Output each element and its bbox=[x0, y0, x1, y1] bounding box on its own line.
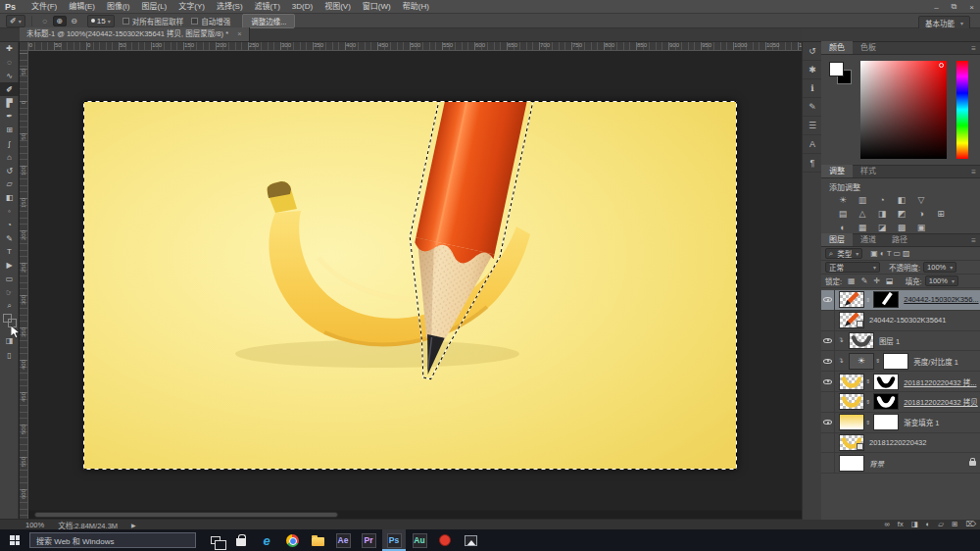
layer-thumbnail[interactable] bbox=[839, 393, 864, 410]
menu-item-image[interactable]: 图像(I) bbox=[101, 0, 136, 14]
menu-item-type[interactable]: 文字(Y) bbox=[172, 0, 211, 14]
status-expand-icon[interactable]: ▶ bbox=[131, 522, 136, 528]
channel-mixer-adjustment-icon[interactable]: ◑ bbox=[913, 207, 929, 220]
add-layer-mask-icon[interactable]: ◨ bbox=[911, 520, 918, 528]
layer-thumbnail[interactable] bbox=[849, 332, 874, 349]
scrollbar-thumb[interactable] bbox=[34, 512, 338, 518]
layer-visibility-toggle[interactable] bbox=[821, 392, 835, 412]
curves-adjustment-icon[interactable]: ◔ bbox=[874, 193, 890, 206]
dodge-tool[interactable]: ◔ bbox=[0, 218, 19, 231]
color-lookup-adjustment-icon[interactable]: ⊞ bbox=[933, 207, 949, 220]
menu-item-window[interactable]: 窗口(W) bbox=[357, 0, 397, 14]
taskbar-task-view-icon[interactable] bbox=[204, 529, 227, 551]
menu-item-file[interactable]: 文件(F) bbox=[25, 0, 63, 14]
lock-position-icon[interactable]: ✛ bbox=[873, 276, 880, 285]
screen-mode-button[interactable]: ▯ bbox=[0, 351, 19, 360]
layer-visibility-toggle[interactable] bbox=[821, 331, 835, 351]
menu-item-select[interactable]: 选择(S) bbox=[211, 0, 249, 14]
layer-thumbnail[interactable]: ☀ bbox=[849, 353, 874, 370]
eraser-tool[interactable]: ▱ bbox=[0, 177, 19, 191]
layer-visibility-toggle[interactable] bbox=[821, 433, 835, 453]
layer-row-layer-5[interactable]: ∞20181220220432 拷... bbox=[821, 372, 980, 392]
taskbar-audition-icon[interactable]: Au bbox=[408, 529, 431, 551]
close-button[interactable]: × bbox=[969, 3, 974, 12]
invert-adjustment-icon[interactable]: ◐ bbox=[835, 221, 851, 233]
new-adjustment-layer-icon[interactable]: ◐ bbox=[926, 520, 931, 528]
eyedropper-tool[interactable]: ✒ bbox=[0, 110, 19, 124]
hue-slider[interactable] bbox=[956, 61, 968, 159]
layer-row-layer-1[interactable]: ∞240442-150302K356... bbox=[821, 290, 980, 311]
hue-saturation-adjustment-icon[interactable]: ▤ bbox=[835, 207, 851, 220]
layer-name[interactable]: 240442-150302K356... bbox=[904, 295, 980, 304]
layer-name[interactable]: 背景 bbox=[869, 458, 967, 469]
tab-swatches[interactable]: 色板 bbox=[853, 41, 884, 54]
menu-item-layer[interactable]: 图层(L) bbox=[135, 0, 172, 14]
layer-row-layer-7[interactable]: ∞渐变填充 1 bbox=[821, 413, 980, 433]
pasteboard[interactable] bbox=[28, 51, 802, 510]
taskbar-store-icon[interactable] bbox=[229, 529, 253, 551]
taskbar-recorder-icon[interactable] bbox=[433, 529, 457, 551]
minimize-button[interactable]: – bbox=[934, 3, 938, 12]
start-button[interactable] bbox=[0, 529, 29, 551]
brush-presets-panel-icon[interactable]: ☰ bbox=[803, 117, 822, 135]
layer-thumbnail[interactable] bbox=[839, 434, 864, 451]
color-picker-marker[interactable] bbox=[939, 63, 944, 68]
paragraph-panel-icon[interactable]: ¶ bbox=[803, 154, 822, 173]
lasso-tool[interactable]: ∿ bbox=[0, 70, 19, 83]
taskbar-photos-icon[interactable] bbox=[459, 529, 482, 551]
layer-visibility-toggle[interactable] bbox=[821, 413, 835, 432]
layer-visibility-toggle[interactable] bbox=[821, 290, 835, 310]
layer-row-layer-4[interactable]: ↴☀∞亮度/对比度 1 bbox=[821, 351, 980, 372]
tab-channels[interactable]: 通道 bbox=[853, 233, 884, 246]
gradient-map-adjustment-icon[interactable]: ▣ bbox=[913, 221, 929, 233]
taskbar-photoshop-icon[interactable]: Ps bbox=[382, 529, 406, 551]
layer-row-layer-6[interactable]: ∞20181220220432 拷贝 bbox=[821, 392, 980, 413]
opacity-select[interactable]: 100% ▾ bbox=[923, 262, 956, 273]
exposure-adjustment-icon[interactable]: ◧ bbox=[894, 193, 909, 206]
layer-mask-thumbnail[interactable] bbox=[873, 414, 899, 430]
black-white-adjustment-icon[interactable]: ◨ bbox=[874, 207, 890, 220]
document-tab[interactable]: 未标题-1 @ 100%(240442-150302K35641 拷贝, 图层蒙… bbox=[20, 27, 250, 41]
panel-menu-icon[interactable]: ≡ bbox=[971, 168, 976, 176]
layer-visibility-toggle[interactable] bbox=[821, 453, 835, 473]
lock-all-icon[interactable]: ⬓ bbox=[886, 276, 894, 285]
type-tool-tool[interactable]: T bbox=[0, 245, 19, 259]
layer-mask-thumbnail[interactable] bbox=[873, 291, 899, 308]
layer-mask-thumbnail[interactable] bbox=[883, 353, 908, 370]
panel-menu-icon[interactable]: ≡ bbox=[971, 44, 976, 53]
subtract-from-selection-button[interactable]: ⊖ bbox=[68, 16, 81, 26]
menu-item-help[interactable]: 帮助(H) bbox=[397, 0, 435, 14]
info-panel-icon[interactable]: ℹ bbox=[803, 79, 822, 98]
layer-name[interactable]: 240442-150302K35641 bbox=[869, 316, 980, 325]
tool-preset-picker[interactable]: ✐ ▾ bbox=[6, 15, 25, 27]
posterize-adjustment-icon[interactable]: ▦ bbox=[855, 221, 870, 233]
tab-adjustments[interactable]: 调整 bbox=[821, 165, 853, 177]
layer-thumbnail[interactable] bbox=[839, 291, 864, 308]
gradient-tool[interactable]: ◧ bbox=[0, 191, 19, 205]
layer-name[interactable]: 20181220220432 拷... bbox=[904, 376, 980, 387]
lock-pixels-icon[interactable]: ✎ bbox=[861, 276, 868, 285]
layer-thumbnail[interactable] bbox=[839, 312, 864, 328]
move-tool[interactable]: ✚ bbox=[0, 42, 19, 56]
layer-visibility-toggle[interactable] bbox=[821, 351, 835, 371]
new-group-icon[interactable]: ▱ bbox=[938, 520, 944, 528]
levels-adjustment-icon[interactable]: ▥ bbox=[855, 193, 870, 206]
taskbar-search-input[interactable]: 搜索 Web 和 Windows bbox=[29, 532, 196, 548]
delete-layer-icon[interactable]: ⌦ bbox=[965, 520, 976, 528]
filter-smart-object-icon[interactable]: ▨ bbox=[903, 249, 910, 258]
layer-row-layer-3[interactable]: ↴图层 1 bbox=[821, 331, 980, 352]
filter-shape-icon[interactable]: ▭ bbox=[894, 249, 902, 258]
filter-type-select[interactable]: ⌕ 类型 ▾ bbox=[825, 248, 862, 259]
menu-item-filter[interactable]: 滤镜(T) bbox=[249, 0, 286, 14]
layer-name[interactable]: 20181220220432 拷贝 bbox=[904, 396, 980, 407]
crop-tool[interactable]: ▛ bbox=[0, 96, 19, 110]
threshold-adjustment-icon[interactable]: ◪ bbox=[874, 221, 890, 233]
vibrance-adjustment-icon[interactable]: ▽ bbox=[913, 193, 929, 206]
tab-paths[interactable]: 路径 bbox=[884, 233, 915, 246]
layer-row-layer-2[interactable]: 240442-150302K35641 bbox=[821, 311, 980, 331]
lock-transparency-icon[interactable]: ▦ bbox=[848, 276, 856, 285]
zoom-tool[interactable]: ⌕ bbox=[0, 299, 19, 313]
restore-button[interactable]: ⧉ bbox=[952, 2, 957, 12]
filter-pixel-icon[interactable]: ▣ bbox=[870, 249, 878, 258]
sample-all-layers-checkbox[interactable] bbox=[122, 18, 129, 25]
